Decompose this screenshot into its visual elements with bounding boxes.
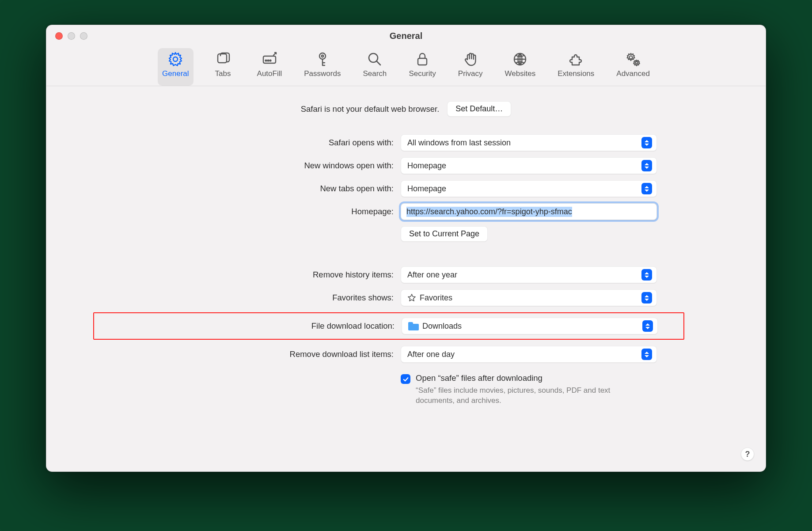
opens-with-popup[interactable]: All windows from last session [401,134,657,151]
globe-icon [512,51,528,68]
remove-history-label: Remove history items: [155,270,394,280]
preferences-toolbar: General Tabs AutoFill Passwords Search S… [46,46,766,86]
tab-label: Passwords [304,69,341,78]
default-browser-message: Safari is not your default web browser. [301,104,440,114]
chevron-updown-icon [641,160,652,171]
window-controls [55,32,87,40]
svg-point-7 [322,55,323,57]
svg-rect-2 [263,56,276,63]
window-title: General [46,31,766,41]
checkmark-icon [402,376,409,383]
tab-general[interactable]: General [158,48,193,86]
new-windows-popup[interactable]: Homepage [401,157,657,174]
download-location-popup[interactable]: Downloads [402,318,658,334]
search-icon [366,51,383,68]
opens-with-label: Safari opens with: [155,138,394,148]
hand-icon [462,51,479,68]
chevron-updown-icon [642,320,653,332]
tab-label: General [162,69,189,78]
chevron-updown-icon [641,292,652,303]
popup-value: Homepage [407,184,638,193]
puzzle-icon [568,51,584,68]
chevron-updown-icon [641,183,652,194]
tab-label: Advanced [616,69,650,78]
svg-point-6 [319,53,326,59]
set-default-button[interactable]: Set Default… [447,101,511,117]
tabs-icon [215,51,231,68]
remove-downloads-label: Remove download list items: [155,349,394,359]
new-tabs-label: New tabs open with: [155,184,394,193]
folder-icon [408,322,419,330]
new-tabs-popup[interactable]: Homepage [401,180,657,197]
svg-point-3 [265,60,266,61]
svg-rect-9 [418,58,427,65]
tab-label: AutoFill [257,69,282,78]
svg-rect-1 [218,54,227,63]
download-location-highlight: File download location: Downloads [93,312,684,340]
close-window-button[interactable] [55,32,63,40]
tab-websites[interactable]: Websites [501,48,540,86]
zoom-window-button[interactable] [80,32,87,40]
tab-advanced[interactable]: Advanced [612,48,654,86]
tab-label: Tabs [215,69,231,78]
preferences-window: General General Tabs AutoFill Passwords … [46,25,766,472]
chevron-updown-icon [641,137,652,148]
remove-history-popup[interactable]: After one year [401,266,657,283]
svg-point-12 [636,62,638,64]
tab-label: Privacy [458,69,483,78]
favorites-label: Favorites shows: [155,293,394,303]
tab-label: Search [363,69,387,78]
open-safe-files-label: Open “safe” files after downloading [416,373,628,383]
open-safe-files-row: Open “safe” files after downloading “Saf… [401,373,657,406]
new-windows-label: New windows open with: [155,161,394,171]
chevron-updown-icon [641,349,652,360]
popup-value: Favorites [420,293,638,303]
popup-value: Downloads [422,322,639,331]
tab-search[interactable]: Search [358,48,391,86]
tab-extensions[interactable]: Extensions [553,48,599,86]
svg-point-11 [630,56,633,59]
general-pane: Safari is not your default web browser. … [46,86,766,419]
popup-value: After one year [407,270,638,280]
svg-point-0 [173,57,178,61]
key-icon [314,51,331,68]
tab-tabs[interactable]: Tabs [207,48,239,86]
svg-point-4 [267,60,269,61]
popup-value: After one day [407,350,638,359]
homepage-value: https://search.yahoo.com/?fr=spigot-yhp-… [406,207,572,217]
tab-autofill[interactable]: AutoFill [253,48,287,86]
open-safe-files-checkbox[interactable] [401,374,410,384]
tab-security[interactable]: Security [404,48,440,86]
tab-label: Websites [505,69,536,78]
popup-value: All windows from last session [407,138,638,148]
help-icon: ? [745,450,750,459]
chevron-updown-icon [641,269,652,281]
autofill-icon [261,51,278,68]
favorites-popup[interactable]: Favorites [401,289,657,306]
tab-label: Extensions [558,69,594,78]
tab-label: Security [409,69,436,78]
lock-icon [414,51,431,68]
open-safe-files-note: “Safe” files include movies, pictures, s… [416,386,628,406]
homepage-field[interactable]: https://search.yahoo.com/?fr=spigot-yhp-… [401,203,657,220]
popup-value: Homepage [407,161,638,171]
download-location-label: File download location: [156,321,395,331]
svg-point-8 [369,53,378,62]
default-browser-row: Safari is not your default web browser. … [64,101,748,117]
star-icon [407,293,416,302]
minimize-window-button[interactable] [68,32,75,40]
help-button[interactable]: ? [741,448,754,461]
gear-icon [167,51,184,68]
svg-point-5 [269,60,271,61]
tab-privacy[interactable]: Privacy [454,48,487,86]
homepage-label: Homepage: [155,207,394,216]
set-current-page-button[interactable]: Set to Current Page [401,226,488,242]
tab-passwords[interactable]: Passwords [300,48,345,86]
titlebar: General [46,25,766,46]
remove-downloads-popup[interactable]: After one day [401,346,657,363]
gears-icon [625,51,641,68]
